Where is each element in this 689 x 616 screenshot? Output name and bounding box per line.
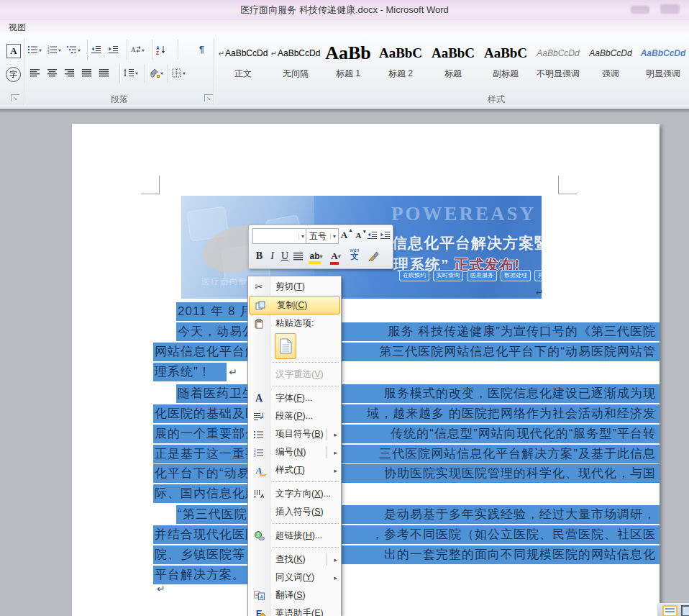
chevron-down-icon[interactable]: ▾ xyxy=(320,253,323,260)
menu-item-翻译[interactable]: 中A翻译(S) xyxy=(248,586,341,604)
sort-button[interactable]: AZ xyxy=(156,41,166,58)
menu-item-字体[interactable]: A字体(F)... xyxy=(248,389,341,407)
distribute-button[interactable] xyxy=(292,249,305,263)
style-item-正文[interactable]: ↵AaBbCcDd正文 xyxy=(218,40,268,86)
selected-text-line-3[interactable]: 理系统”！↵ xyxy=(153,363,227,381)
selected-text-line-13[interactable]: 平台解决方案。↵ xyxy=(153,566,254,584)
show-paragraph-marks-button[interactable]: ¶ xyxy=(199,41,204,58)
button-divider xyxy=(178,40,178,60)
style-item-不明显强调[interactable]: AaBbCcDd不明显强调 xyxy=(533,40,583,86)
font-size-combo[interactable]: 五号 ▾ xyxy=(306,228,339,244)
selected-text-line-6[interactable]: 展的一个重要部分，传统的“信息型”网站向现代化的“服务型”平台转 xyxy=(153,425,660,443)
mini-toolbar: ▾ 五号 ▾ A▴ A▾ B I U ab ▾ A ▾ wén 文 xyxy=(248,225,393,269)
shading-button[interactable]: ▾ xyxy=(149,64,163,81)
menu-item-插入符号[interactable]: 插入符号(S) xyxy=(248,503,341,521)
selected-text-line-7[interactable]: 正是基于这一重要趋三代医院网站信息化平台解决方案”及基于此信息 xyxy=(153,445,660,463)
increase-indent-button[interactable] xyxy=(379,228,391,243)
menu-item-查找[interactable]: 查找(K)▸ xyxy=(248,551,341,569)
submenu-arrow-icon: ▸ xyxy=(334,431,337,438)
multilevel-list-button[interactable]: ▾ xyxy=(67,41,81,58)
menu-item-超链接[interactable]: 超链接(H)... xyxy=(248,527,341,545)
menu-item-复制[interactable]: 复制(C) xyxy=(249,296,340,314)
menu-item-label: 编号(N) xyxy=(275,446,306,458)
menu-item-剪切[interactable]: ✂剪切(T) xyxy=(248,278,341,296)
style-item-标题 1[interactable]: AaBb标题 1 xyxy=(323,40,373,86)
tab-view[interactable]: 视图 xyxy=(9,22,26,34)
chevron-down-icon[interactable]: ▾ xyxy=(78,47,81,52)
numbering-button[interactable]: 123▾ xyxy=(47,41,61,58)
menu-item-label: 超链接(H)... xyxy=(275,530,322,542)
menu-item-汉字重选[interactable]: 汉字重选(V) xyxy=(248,366,341,384)
line-spacing-button[interactable]: ▾ xyxy=(124,64,138,81)
banner-pill: 医患服务 xyxy=(467,270,497,281)
style-preview: AaBbC xyxy=(480,40,531,67)
taskbar-document-icon[interactable] xyxy=(662,605,677,616)
style-item-标题[interactable]: AaBbC标题 xyxy=(428,40,478,86)
menu-item-编号[interactable]: 123编号(N)▸ xyxy=(248,443,341,461)
align-left-button[interactable] xyxy=(30,64,40,81)
decrease-indent-button[interactable] xyxy=(366,228,378,243)
enclose-characters-button[interactable]: 字 xyxy=(6,65,21,83)
window-close-button[interactable] xyxy=(660,4,680,14)
distribute-button[interactable] xyxy=(99,64,109,81)
style-item-副标题[interactable]: AaBbC副标题 xyxy=(480,40,531,86)
selected-text-line-2[interactable]: 网站信息化平台解决第三代医院网站信息化平台下的“动易医院网站管 xyxy=(153,343,660,361)
selected-text-line-11[interactable]: 并结合现代化医院的，参考不同医院（如公立医院、民营医院、社区医 xyxy=(153,525,660,544)
window-minimize-button[interactable] xyxy=(631,6,649,14)
chevron-down-icon[interactable]: ▾ xyxy=(39,47,42,52)
font-name-combo[interactable]: ▾ xyxy=(252,228,307,244)
chevron-down-icon[interactable]: ▾ xyxy=(183,70,186,75)
align-center-button[interactable] xyxy=(47,64,58,81)
menu-item-label: 样式(T) xyxy=(275,464,305,476)
chevron-down-icon[interactable]: ▾ xyxy=(142,47,145,52)
increase-indent-button[interactable] xyxy=(109,41,119,58)
style-item-无间隔[interactable]: ↵AaBbCcDd无间隔 xyxy=(270,40,321,86)
menu-item-文字方向[interactable]: A文字方向(X)... xyxy=(248,485,341,503)
style-item-标题 2[interactable]: AaBbC标题 2 xyxy=(375,40,426,86)
italic-button[interactable]: I xyxy=(267,249,278,263)
menu-item-label: 汉字重选(V) xyxy=(275,368,324,381)
style-item-强调[interactable]: AaBbCcDd强调 xyxy=(585,40,636,86)
chevron-down-icon[interactable]: ▾ xyxy=(135,70,138,75)
menu-item-样式[interactable]: A样式(T)▸ xyxy=(248,461,341,479)
selected-text-line-8[interactable]: 化平台下的“动易医协助医院实现医院管理的科学化、现代化，与国 xyxy=(153,464,660,483)
borders-button[interactable]: ▾ xyxy=(172,64,186,81)
shrink-font-button[interactable]: A▾ xyxy=(352,228,365,243)
taskbar-app-icon[interactable] xyxy=(681,605,689,616)
english-assistant-icon: E xyxy=(256,608,263,616)
bullets-button[interactable]: ▾ xyxy=(28,41,42,58)
ribbon: A 字 ↘ ▾123▾▾A▾AZ¶ ▾▾▾ 段落 ↘ ↵AaBbCcDd正文↵A… xyxy=(0,34,689,109)
font-dialog-launcher[interactable]: ↘ xyxy=(11,94,19,101)
line-text: 第三代医院网站信息化平台下的“动易医院网站管 xyxy=(379,343,656,361)
chevron-down-icon[interactable]: ▾ xyxy=(160,70,163,75)
chevron-down-icon[interactable]: ▾ xyxy=(338,253,341,260)
asian-layout-button[interactable]: A▾ xyxy=(131,41,145,58)
paragraph-dialog-launcher[interactable]: ↘ xyxy=(204,94,213,101)
style-label: 标题 xyxy=(428,68,478,80)
character-border-button[interactable]: A xyxy=(6,42,21,60)
decrease-indent-button[interactable] xyxy=(91,41,101,58)
format-painter-button[interactable] xyxy=(365,249,381,263)
selected-text-line-12[interactable]: 院、乡镇医院等）对出的一套完整的面向不同规模医院的网站信息化 xyxy=(153,545,660,564)
line-spacing-icon xyxy=(124,68,134,77)
grow-font-button[interactable]: A▴ xyxy=(337,228,351,243)
menu-separator xyxy=(273,547,339,548)
underline-button[interactable]: U xyxy=(279,249,291,263)
menu-item-段落[interactable]: 段落(P)... xyxy=(248,407,341,425)
menu-item-英语助手[interactable]: E英语助手(E) xyxy=(248,604,341,616)
bold-button[interactable]: B xyxy=(253,249,265,263)
chevron-down-icon[interactable]: ▾ xyxy=(58,47,61,52)
phonetic-guide-button[interactable]: wén 文 xyxy=(347,247,362,261)
font-color-button[interactable]: A ▾ xyxy=(327,249,344,263)
align-right-button[interactable] xyxy=(65,64,75,81)
bullets-icon xyxy=(28,45,38,54)
menu-item-粘贴选项[interactable]: 粘贴选项: xyxy=(248,314,341,332)
paste-keep-source-formatting-button[interactable] xyxy=(275,333,296,359)
justify-button[interactable] xyxy=(82,64,92,81)
selected-text-line-5[interactable]: 化医院的基础及医域，越来越多 的医院把网络作为社会活动和经济发 xyxy=(153,404,660,423)
menu-item-同义词[interactable]: 同义词(Y)▸ xyxy=(248,569,341,586)
text-highlight-button[interactable]: ab ▾ xyxy=(307,249,325,263)
menu-item-项目符号[interactable]: 项目符号(B)▸ xyxy=(248,425,341,443)
button-divider xyxy=(87,40,88,60)
style-item-明显强调[interactable]: AaBbCcDd明显强调 xyxy=(638,40,688,86)
